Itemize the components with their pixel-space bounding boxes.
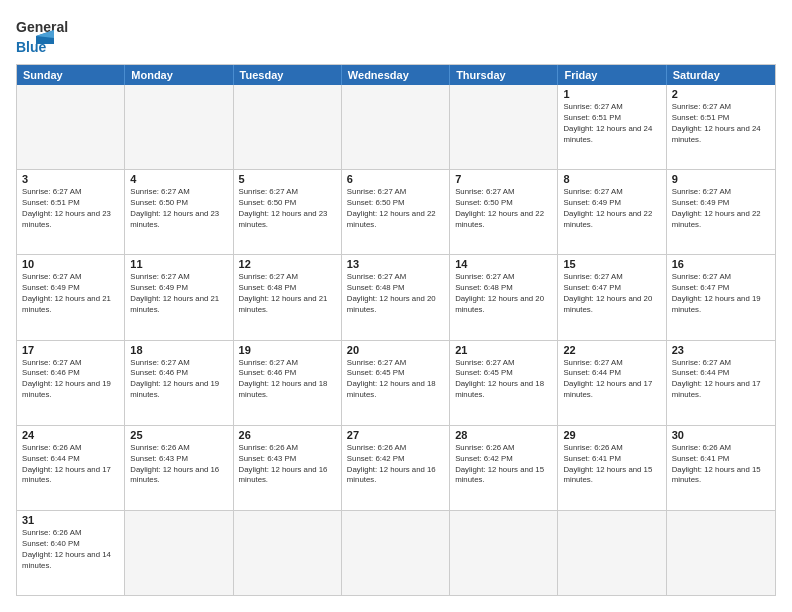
day-info: Sunrise: 6:26 AM Sunset: 6:42 PM Dayligh… — [455, 443, 552, 487]
cal-cell: 31Sunrise: 6:26 AM Sunset: 6:40 PM Dayli… — [17, 511, 125, 595]
day-number: 13 — [347, 258, 444, 270]
cal-cell — [342, 511, 450, 595]
day-info: Sunrise: 6:27 AM Sunset: 6:50 PM Dayligh… — [239, 187, 336, 231]
day-info: Sunrise: 6:27 AM Sunset: 6:48 PM Dayligh… — [347, 272, 444, 316]
day-info: Sunrise: 6:27 AM Sunset: 6:48 PM Dayligh… — [455, 272, 552, 316]
cal-row-2: 10Sunrise: 6:27 AM Sunset: 6:49 PM Dayli… — [17, 254, 775, 339]
day-info: Sunrise: 6:27 AM Sunset: 6:47 PM Dayligh… — [563, 272, 660, 316]
cal-cell: 2Sunrise: 6:27 AM Sunset: 6:51 PM Daylig… — [667, 85, 775, 169]
cal-cell: 22Sunrise: 6:27 AM Sunset: 6:44 PM Dayli… — [558, 341, 666, 425]
cal-cell — [342, 85, 450, 169]
cal-cell: 27Sunrise: 6:26 AM Sunset: 6:42 PM Dayli… — [342, 426, 450, 510]
day-number: 22 — [563, 344, 660, 356]
day-info: Sunrise: 6:26 AM Sunset: 6:41 PM Dayligh… — [672, 443, 770, 487]
cal-cell: 7Sunrise: 6:27 AM Sunset: 6:50 PM Daylig… — [450, 170, 558, 254]
day-number: 18 — [130, 344, 227, 356]
svg-text:Blue: Blue — [16, 39, 47, 55]
header: GeneralBlue — [16, 16, 776, 56]
cal-cell — [17, 85, 125, 169]
cal-cell: 1Sunrise: 6:27 AM Sunset: 6:51 PM Daylig… — [558, 85, 666, 169]
cal-row-4: 24Sunrise: 6:26 AM Sunset: 6:44 PM Dayli… — [17, 425, 775, 510]
cal-cell: 23Sunrise: 6:27 AM Sunset: 6:44 PM Dayli… — [667, 341, 775, 425]
day-number: 21 — [455, 344, 552, 356]
day-info: Sunrise: 6:27 AM Sunset: 6:51 PM Dayligh… — [672, 102, 770, 146]
calendar: SundayMondayTuesdayWednesdayThursdayFrid… — [16, 64, 776, 596]
cal-cell: 9Sunrise: 6:27 AM Sunset: 6:49 PM Daylig… — [667, 170, 775, 254]
day-number: 20 — [347, 344, 444, 356]
cal-cell — [667, 511, 775, 595]
cal-cell: 24Sunrise: 6:26 AM Sunset: 6:44 PM Dayli… — [17, 426, 125, 510]
cal-cell — [234, 511, 342, 595]
day-info: Sunrise: 6:27 AM Sunset: 6:45 PM Dayligh… — [347, 358, 444, 402]
day-info: Sunrise: 6:26 AM Sunset: 6:41 PM Dayligh… — [563, 443, 660, 487]
day-number: 29 — [563, 429, 660, 441]
day-number: 16 — [672, 258, 770, 270]
cal-header-monday: Monday — [125, 65, 233, 85]
day-number: 30 — [672, 429, 770, 441]
day-number: 5 — [239, 173, 336, 185]
cal-cell: 16Sunrise: 6:27 AM Sunset: 6:47 PM Dayli… — [667, 255, 775, 339]
generalblue-icon: GeneralBlue — [16, 16, 76, 56]
day-info: Sunrise: 6:26 AM Sunset: 6:43 PM Dayligh… — [130, 443, 227, 487]
day-info: Sunrise: 6:27 AM Sunset: 6:49 PM Dayligh… — [563, 187, 660, 231]
day-number: 7 — [455, 173, 552, 185]
day-number: 26 — [239, 429, 336, 441]
cal-row-0: 1Sunrise: 6:27 AM Sunset: 6:51 PM Daylig… — [17, 85, 775, 169]
day-info: Sunrise: 6:27 AM Sunset: 6:48 PM Dayligh… — [239, 272, 336, 316]
day-number: 4 — [130, 173, 227, 185]
logo: GeneralBlue — [16, 16, 76, 56]
day-number: 25 — [130, 429, 227, 441]
day-number: 6 — [347, 173, 444, 185]
day-number: 17 — [22, 344, 119, 356]
day-number: 24 — [22, 429, 119, 441]
cal-cell: 8Sunrise: 6:27 AM Sunset: 6:49 PM Daylig… — [558, 170, 666, 254]
cal-cell: 29Sunrise: 6:26 AM Sunset: 6:41 PM Dayli… — [558, 426, 666, 510]
day-info: Sunrise: 6:27 AM Sunset: 6:46 PM Dayligh… — [22, 358, 119, 402]
day-info: Sunrise: 6:27 AM Sunset: 6:44 PM Dayligh… — [563, 358, 660, 402]
cal-cell: 17Sunrise: 6:27 AM Sunset: 6:46 PM Dayli… — [17, 341, 125, 425]
cal-cell: 6Sunrise: 6:27 AM Sunset: 6:50 PM Daylig… — [342, 170, 450, 254]
cal-cell — [234, 85, 342, 169]
cal-cell: 21Sunrise: 6:27 AM Sunset: 6:45 PM Dayli… — [450, 341, 558, 425]
day-info: Sunrise: 6:27 AM Sunset: 6:51 PM Dayligh… — [22, 187, 119, 231]
cal-cell: 14Sunrise: 6:27 AM Sunset: 6:48 PM Dayli… — [450, 255, 558, 339]
cal-cell: 28Sunrise: 6:26 AM Sunset: 6:42 PM Dayli… — [450, 426, 558, 510]
day-number: 19 — [239, 344, 336, 356]
cal-cell: 3Sunrise: 6:27 AM Sunset: 6:51 PM Daylig… — [17, 170, 125, 254]
cal-header-saturday: Saturday — [667, 65, 775, 85]
day-number: 10 — [22, 258, 119, 270]
cal-header-tuesday: Tuesday — [234, 65, 342, 85]
cal-cell: 25Sunrise: 6:26 AM Sunset: 6:43 PM Dayli… — [125, 426, 233, 510]
cal-cell — [450, 85, 558, 169]
cal-cell: 20Sunrise: 6:27 AM Sunset: 6:45 PM Dayli… — [342, 341, 450, 425]
cal-row-5: 31Sunrise: 6:26 AM Sunset: 6:40 PM Dayli… — [17, 510, 775, 595]
cal-cell — [125, 85, 233, 169]
day-number: 1 — [563, 88, 660, 100]
day-number: 3 — [22, 173, 119, 185]
day-number: 27 — [347, 429, 444, 441]
svg-text:General: General — [16, 19, 68, 35]
cal-cell — [450, 511, 558, 595]
day-info: Sunrise: 6:27 AM Sunset: 6:46 PM Dayligh… — [239, 358, 336, 402]
day-number: 11 — [130, 258, 227, 270]
day-info: Sunrise: 6:26 AM Sunset: 6:42 PM Dayligh… — [347, 443, 444, 487]
cal-cell — [125, 511, 233, 595]
day-info: Sunrise: 6:27 AM Sunset: 6:49 PM Dayligh… — [22, 272, 119, 316]
day-info: Sunrise: 6:27 AM Sunset: 6:50 PM Dayligh… — [130, 187, 227, 231]
day-number: 15 — [563, 258, 660, 270]
calendar-header: SundayMondayTuesdayWednesdayThursdayFrid… — [17, 65, 775, 85]
day-info: Sunrise: 6:26 AM Sunset: 6:44 PM Dayligh… — [22, 443, 119, 487]
cal-cell: 19Sunrise: 6:27 AM Sunset: 6:46 PM Dayli… — [234, 341, 342, 425]
day-number: 9 — [672, 173, 770, 185]
cal-header-wednesday: Wednesday — [342, 65, 450, 85]
cal-cell: 26Sunrise: 6:26 AM Sunset: 6:43 PM Dayli… — [234, 426, 342, 510]
cal-cell: 5Sunrise: 6:27 AM Sunset: 6:50 PM Daylig… — [234, 170, 342, 254]
day-info: Sunrise: 6:26 AM Sunset: 6:43 PM Dayligh… — [239, 443, 336, 487]
day-info: Sunrise: 6:27 AM Sunset: 6:50 PM Dayligh… — [347, 187, 444, 231]
cal-cell — [558, 511, 666, 595]
day-info: Sunrise: 6:27 AM Sunset: 6:49 PM Dayligh… — [130, 272, 227, 316]
cal-cell: 10Sunrise: 6:27 AM Sunset: 6:49 PM Dayli… — [17, 255, 125, 339]
cal-cell: 11Sunrise: 6:27 AM Sunset: 6:49 PM Dayli… — [125, 255, 233, 339]
day-info: Sunrise: 6:26 AM Sunset: 6:40 PM Dayligh… — [22, 528, 119, 572]
day-info: Sunrise: 6:27 AM Sunset: 6:46 PM Dayligh… — [130, 358, 227, 402]
